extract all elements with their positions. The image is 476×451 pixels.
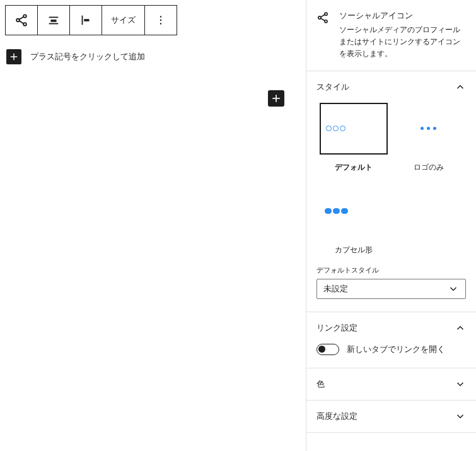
new-tab-toggle[interactable] (316, 344, 339, 355)
block-title: ソーシャルアイコン (339, 10, 466, 21)
default-style-label: デフォルトスタイル (316, 266, 466, 275)
block-appender-button[interactable] (268, 90, 284, 107)
chevron-down-icon (455, 378, 466, 390)
align-left-icon (79, 13, 93, 27)
add-button[interactable] (6, 49, 21, 64)
justify-icon (47, 13, 61, 27)
style-label: ロゴのみ (414, 162, 444, 173)
panel-title: 色 (316, 378, 325, 390)
svg-rect-9 (84, 19, 89, 21)
plus-icon (270, 92, 282, 105)
style-label: カプセル形 (335, 245, 373, 255)
editor-area: サイズ プラス記号をクリックして追加 (0, 0, 306, 451)
style-preview-default (320, 103, 388, 155)
chevron-down-icon (455, 411, 466, 422)
link-settings-panel: リンク設定 新しいタブでリンクを開く (306, 312, 476, 368)
svg-point-10 (160, 16, 161, 17)
svg-rect-7 (49, 23, 59, 25)
svg-line-21 (321, 18, 325, 21)
style-preview-logo-only (395, 103, 463, 155)
svg-line-20 (321, 15, 325, 17)
style-option-logo-only[interactable]: ロゴのみ (392, 103, 467, 173)
svg-line-4 (19, 21, 23, 24)
advanced-panel: 高度な設定 (306, 401, 476, 433)
select-value: 未設定 (323, 283, 348, 295)
style-options: デフォルト ロゴのみ カプセル形 (306, 103, 476, 266)
default-style-select[interactable]: 未設定 (316, 279, 466, 299)
justify-button[interactable] (38, 6, 70, 35)
color-panel: 色 (306, 368, 476, 401)
svg-line-3 (19, 17, 23, 20)
chevron-down-icon (448, 283, 459, 295)
style-label: デフォルト (335, 162, 373, 173)
svg-point-12 (160, 23, 161, 24)
share-icon (316, 10, 330, 61)
style-panel: スタイル デフォルト ロゴのみ カプセル形 (306, 71, 476, 312)
chevron-up-icon (455, 322, 466, 334)
chevron-up-icon (455, 81, 466, 93)
panel-title: リンク設定 (316, 322, 357, 334)
add-prompt-text: プラス記号をクリックして追加 (30, 51, 145, 62)
svg-rect-8 (82, 16, 83, 25)
panel-title: 高度な設定 (316, 411, 357, 422)
style-option-pill[interactable]: カプセル形 (316, 185, 392, 255)
default-style-section: デフォルトスタイル 未設定 (306, 266, 476, 312)
new-tab-toggle-row: 新しいタブでリンクを開く (316, 344, 466, 355)
more-options-button[interactable] (145, 6, 177, 35)
new-tab-label: 新しいタブでリンクを開く (347, 344, 445, 355)
size-label: サイズ (111, 15, 136, 26)
block-type-button[interactable] (6, 6, 38, 35)
advanced-panel-toggle[interactable]: 高度な設定 (306, 401, 476, 432)
panel-title: スタイル (316, 81, 349, 93)
more-vertical-icon (154, 13, 168, 27)
plus-icon (8, 51, 20, 62)
block-info: ソーシャルアイコン ソーシャルメディアのプロフィールまたはサイトにリンクするアイ… (306, 0, 476, 71)
style-preview-pill (320, 185, 388, 237)
share-icon (15, 13, 28, 27)
svg-rect-6 (50, 20, 56, 22)
align-button[interactable] (70, 6, 102, 35)
toggle-knob (318, 346, 325, 353)
block-description: ソーシャルメディアのプロフィールまたはサイトにリンクするアイコンを表示します。 (339, 24, 466, 61)
style-option-default[interactable]: デフォルト (316, 103, 392, 173)
color-panel-toggle[interactable]: 色 (306, 368, 476, 400)
link-settings-toggle[interactable]: リンク設定 (306, 312, 476, 344)
size-button[interactable]: サイズ (102, 6, 145, 35)
svg-point-11 (160, 20, 161, 21)
settings-sidebar: ソーシャルアイコン ソーシャルメディアのプロフィールまたはサイトにリンクするアイ… (306, 0, 476, 451)
block-toolbar: サイズ (5, 5, 177, 35)
add-social-icon-prompt[interactable]: プラス記号をクリックして追加 (5, 49, 301, 64)
svg-rect-5 (49, 17, 59, 18)
style-panel-toggle[interactable]: スタイル (306, 71, 476, 103)
